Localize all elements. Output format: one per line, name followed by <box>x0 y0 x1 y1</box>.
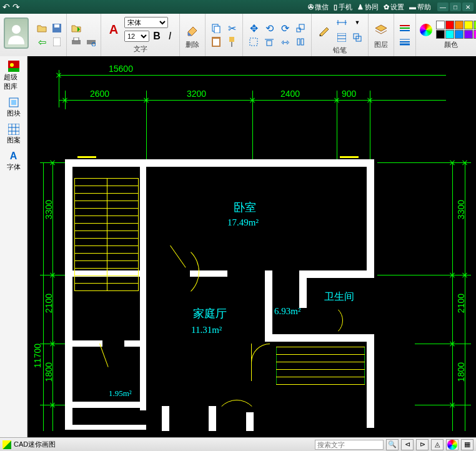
app-logo-icon <box>2 440 11 449</box>
redo-icon[interactable]: ↷ <box>12 2 20 12</box>
select-button[interactable] <box>247 35 260 49</box>
sidebar-font[interactable]: A 字体 <box>2 149 25 173</box>
swatch[interactable] <box>474 21 476 29</box>
maximize-button[interactable]: □ <box>450 2 461 11</box>
close-button[interactable]: ✕ <box>462 2 474 11</box>
open-button[interactable] <box>35 22 49 34</box>
lineweight-button[interactable] <box>398 35 412 49</box>
text-group-label: 文字 <box>134 44 147 54</box>
avatar[interactable] <box>4 17 29 49</box>
svg-rect-14 <box>297 28 300 32</box>
swatch[interactable] <box>455 30 464 39</box>
undo-icon[interactable]: ↶ <box>2 2 10 12</box>
side-panel: 超级图库 图块 图案 A 字体 <box>0 56 27 437</box>
mirror-v-button[interactable] <box>294 35 307 49</box>
swatch[interactable] <box>464 30 473 39</box>
svg-rect-11 <box>213 39 219 46</box>
delete-group-label: 删除 <box>186 40 199 49</box>
dimension-button[interactable] <box>335 16 349 29</box>
toolbar-row: ⇦ A 宋体 12 B I 文字 删除 <box>0 14 476 56</box>
search-button[interactable]: 🔍 <box>386 439 399 450</box>
block-icon <box>7 96 20 109</box>
linetype-button[interactable] <box>398 21 412 35</box>
mirror-h-button[interactable]: ⇿ <box>278 35 292 49</box>
svg-rect-15 <box>299 24 304 29</box>
svg-point-36 <box>10 63 14 67</box>
delete-group: 删除 <box>180 14 206 56</box>
library-icon <box>7 60 20 72</box>
svg-rect-13 <box>231 42 232 47</box>
snap-button[interactable]: ◬ <box>431 439 444 450</box>
status-bar: CAD迷你画图 🔍 ⊲ ⊳ ◬ ▦ <box>0 437 476 451</box>
svg-rect-37 <box>8 68 19 72</box>
drawing-canvas[interactable]: 15600 2600 3200 2400 900 3300 2100 1800 … <box>27 56 476 437</box>
bold-button[interactable]: B <box>151 29 162 43</box>
scale-button[interactable] <box>294 21 307 35</box>
swatch[interactable] <box>445 21 454 29</box>
nav-next-button[interactable]: ⊳ <box>416 439 429 450</box>
sidebar-library[interactable]: 超级图库 <box>2 59 25 92</box>
move-button[interactable]: ✥ <box>247 21 260 35</box>
svg-rect-3 <box>53 37 61 46</box>
help-icon: ▬ <box>409 3 416 11</box>
hatch-button[interactable] <box>335 31 349 44</box>
menu-phone[interactable]: ▯手机 <box>334 2 352 12</box>
swatch[interactable] <box>436 21 445 29</box>
offset-button[interactable] <box>350 31 364 44</box>
svg-rect-17 <box>267 41 272 46</box>
cut-button[interactable]: ✂ <box>225 21 239 35</box>
swatch[interactable] <box>464 21 473 29</box>
svg-rect-6 <box>87 40 96 44</box>
swatch[interactable] <box>445 30 454 39</box>
format-brush-button[interactable] <box>225 35 239 49</box>
font-size-select[interactable]: 12 <box>124 31 149 42</box>
pencil-group: ▼ 铅笔 <box>312 14 369 56</box>
svg-rect-19 <box>297 39 300 45</box>
minimize-button[interactable]: — <box>437 2 449 11</box>
font-select[interactable]: 宋体 <box>124 17 168 28</box>
export-button[interactable] <box>69 22 83 34</box>
eraser-button[interactable] <box>184 21 201 39</box>
back-button[interactable]: ⇦ <box>35 36 49 48</box>
chevron-down-icon[interactable]: ▼ <box>350 16 364 29</box>
swatch[interactable] <box>455 21 464 29</box>
menu-wechat[interactable]: ✇微信 <box>308 2 329 12</box>
text-group: A 宋体 12 B I 文字 <box>101 14 180 56</box>
search-input[interactable] <box>315 440 384 450</box>
text-tool-button[interactable]: A <box>105 21 122 39</box>
swatch[interactable] <box>436 30 445 39</box>
rotate-cw-button[interactable]: ⟳ <box>278 21 292 35</box>
status-color-button[interactable] <box>446 439 459 450</box>
app-name: CAD迷你画图 <box>14 440 56 449</box>
swatch[interactable] <box>474 30 476 39</box>
svg-rect-20 <box>301 39 304 45</box>
ortho-button[interactable]: ▦ <box>461 439 474 450</box>
svg-rect-2 <box>54 24 59 27</box>
menu-settings[interactable]: ✿设置 <box>384 2 404 12</box>
color-group: 颜色 <box>416 14 476 56</box>
sidebar-pattern[interactable]: 图案 <box>2 122 25 146</box>
menu-collab[interactable]: ♟协同 <box>357 2 379 12</box>
print-preview-button[interactable] <box>84 36 98 48</box>
color-wheel-button[interactable] <box>420 24 432 36</box>
rotate-button[interactable]: ⟲ <box>262 21 276 35</box>
sidebar-block[interactable]: 图块 <box>2 95 25 119</box>
pattern-icon <box>7 123 20 136</box>
align-button[interactable] <box>262 35 276 49</box>
paste-button[interactable] <box>209 35 223 49</box>
phone-icon: ▯ <box>334 3 337 11</box>
print-button[interactable] <box>69 36 83 48</box>
pencil-button[interactable] <box>315 21 333 39</box>
layer-button[interactable] <box>372 21 390 39</box>
layer-group-label: 图层 <box>374 40 388 49</box>
svg-rect-39 <box>11 100 16 105</box>
new-button[interactable] <box>50 36 64 48</box>
menu-help[interactable]: ▬帮助 <box>409 2 431 12</box>
layer-group: 图层 <box>369 14 394 56</box>
italic-button[interactable]: I <box>164 29 176 43</box>
color-swatches <box>436 21 476 39</box>
nav-prev-button[interactable]: ⊲ <box>401 439 414 450</box>
titlebar: ↶ ↷ ✇微信 ▯手机 ♟协同 ✿设置 ▬帮助 — □ ✕ <box>0 0 476 14</box>
copy-button[interactable] <box>209 21 223 35</box>
save-button[interactable] <box>50 22 64 34</box>
